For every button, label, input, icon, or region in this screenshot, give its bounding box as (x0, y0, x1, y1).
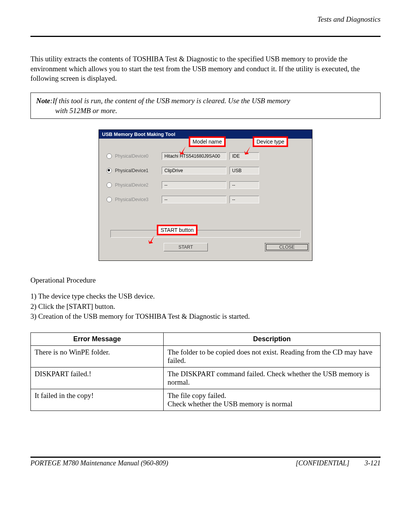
usb-tool-window: USB Memory Boot Making Tool Model name D… (99, 129, 312, 261)
device-row: PhysicalDevice1 ClipDrive USB (107, 167, 304, 174)
error-msg: There is no WinPE folder. (31, 345, 164, 367)
arrow-icon (179, 145, 186, 155)
footer-right: 3-121 (365, 459, 381, 467)
start-button[interactable]: START (164, 243, 208, 251)
arrow-icon (244, 145, 251, 155)
error-header-msg: Error Message (31, 332, 164, 345)
page-section-title: Tests and Diagnostics (30, 15, 381, 24)
note-box: Note:If this tool is run, the content of… (30, 93, 381, 119)
note-label: Note (36, 97, 50, 105)
note-text-1: :If this tool is run, the content of the… (50, 97, 290, 105)
procedure-step: 2) Click the [START] button. (30, 302, 381, 312)
close-button[interactable]: CLOSE (265, 243, 309, 251)
device-model: -- (162, 196, 226, 203)
device-type: USB (229, 167, 259, 174)
radio-device-1[interactable] (107, 168, 112, 173)
intro-paragraph: This utility extracts the contents of TO… (30, 54, 381, 83)
error-msg: It failed in the copy! (31, 389, 164, 411)
device-model: ClipDrive (162, 167, 226, 174)
callout-device-type: Device type (253, 136, 288, 147)
error-desc: The folder to be copied does not exist. … (164, 345, 381, 367)
device-label: PhysicalDevice0 (115, 153, 159, 159)
radio-device-0[interactable] (107, 153, 112, 159)
device-type: -- (229, 181, 259, 189)
device-label: PhysicalDevice3 (115, 197, 159, 202)
device-type: -- (229, 196, 259, 203)
radio-device-2[interactable] (107, 182, 112, 188)
footer-center: [CONFIDENTIAL] (280, 459, 365, 467)
device-model: Hitachi HTS541680J9SA00 (162, 152, 226, 160)
error-header-desc: Description (164, 332, 381, 345)
callout-model-name: Model name (189, 136, 226, 147)
procedure-step: 3) Creation of the USB memory for TOSHIB… (30, 312, 381, 322)
procedure-heading: Operational Procedure (30, 276, 381, 284)
table-row: It failed in the copy! The file copy fai… (31, 389, 381, 411)
arrow-icon (148, 235, 155, 244)
error-msg: DISKPART failed.! (31, 367, 164, 389)
device-row: PhysicalDevice2 -- -- (107, 181, 304, 189)
page-footer: PORTEGE M780 Maintenance Manual (960-809… (30, 457, 381, 467)
device-row: PhysicalDevice0 Hitachi HTS541680J9SA00 … (107, 152, 304, 160)
error-desc: The file copy failed. Check whether the … (164, 389, 381, 411)
table-row: There is no WinPE folder. The folder to … (31, 345, 381, 367)
error-desc: The DISKPART command failed. Check wheth… (164, 367, 381, 389)
device-label: PhysicalDevice1 (115, 168, 159, 173)
device-model: -- (162, 181, 226, 189)
device-label: PhysicalDevice2 (115, 182, 159, 188)
procedure-step: 1) The device type checks the USB device… (30, 291, 381, 302)
header-rule (30, 36, 381, 37)
device-row: PhysicalDevice3 -- -- (107, 196, 304, 203)
note-text-2: with 512MB or more. (36, 106, 375, 116)
error-table: Error Message Description There is no Wi… (30, 332, 381, 411)
table-row: DISKPART failed.! The DISKPART command f… (31, 367, 381, 389)
callout-start-button: START button (157, 225, 198, 235)
radio-device-3[interactable] (107, 197, 112, 202)
footer-left: PORTEGE M780 Maintenance Manual (960-809… (30, 459, 280, 467)
progress-bar (110, 230, 301, 238)
